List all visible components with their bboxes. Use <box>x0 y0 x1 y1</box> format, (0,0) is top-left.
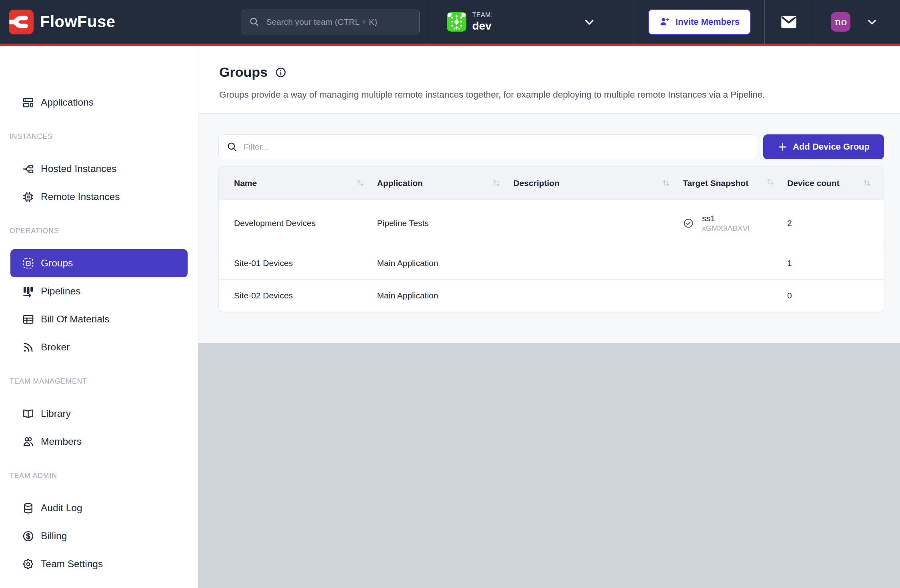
billing-icon <box>22 530 34 542</box>
user-menu[interactable]: no <box>813 0 900 44</box>
check-circle-icon <box>683 218 694 229</box>
cell-device-count: 2 <box>787 200 884 247</box>
team-selector[interactable]: TEAM: dev <box>429 0 634 44</box>
cell-target-snapshot <box>683 247 787 280</box>
sidebar-item-library[interactable]: Library <box>10 400 188 428</box>
sidebar-item-label: Remote Instances <box>41 191 120 202</box>
sidebar-section-team-admin: TEAM ADMIN <box>0 471 198 480</box>
sidebar-item-label: Pipelines <box>41 286 80 297</box>
mail-icon[interactable] <box>780 15 797 29</box>
sort-icon <box>862 178 872 188</box>
page-header: Groups Groups provide a way of managing … <box>198 46 900 114</box>
brand-name: FlowFuse <box>40 13 115 31</box>
cell-description <box>513 247 683 280</box>
sidebar-item-label: Team Settings <box>41 558 103 570</box>
pipelines-icon <box>22 285 34 298</box>
sidebar-item-bill-of-materials[interactable]: Bill Of Materials <box>10 305 188 333</box>
sidebar-section-operations: OPERATIONS <box>0 226 198 236</box>
groups-table-card: Name Application Description <box>218 166 884 312</box>
team-search[interactable] <box>242 10 420 34</box>
sidebar-item-label: Audit Log <box>41 502 82 514</box>
cell-application: Pipeline Tests <box>377 200 514 247</box>
sidebar-item-team-settings[interactable]: Team Settings <box>10 550 188 578</box>
sidebar-section-instances: INSTANCES <box>0 132 198 141</box>
sidebar-item-label: Groups <box>41 258 73 269</box>
groups-table: Name Application Description <box>219 167 884 312</box>
sidebar-item-pipelines[interactable]: Pipelines <box>10 277 188 305</box>
table-row[interactable]: Site-02 Devices Main Application 0 <box>219 280 884 312</box>
sidebar-item-label: Hosted Instances <box>41 163 116 174</box>
sidebar-item-groups[interactable]: Groups <box>10 249 188 277</box>
sidebar: Applications INSTANCES Hosted Instances … <box>0 46 198 588</box>
team-label: TEAM: <box>472 12 492 19</box>
user-avatar[interactable]: no <box>831 12 850 32</box>
cell-target-snapshot <box>683 280 787 312</box>
cell-description <box>513 280 683 312</box>
info-icon[interactable] <box>275 66 287 78</box>
broker-icon <box>22 341 34 354</box>
sort-icon <box>492 178 501 188</box>
column-header-device-count[interactable]: Device count <box>787 167 884 200</box>
cell-name: Site-01 Devices <box>219 247 377 280</box>
filter-field[interactable] <box>218 134 758 159</box>
add-device-group-label: Add Device Group <box>793 142 870 152</box>
hosted-instances-icon <box>22 163 34 175</box>
sidebar-item-label: Billing <box>41 530 67 542</box>
sort-icon <box>356 178 365 188</box>
sidebar-item-billing[interactable]: Billing <box>10 522 188 550</box>
table-row[interactable]: Site-01 Devices Main Application 1 <box>219 247 884 280</box>
remote-instances-icon <box>22 191 34 203</box>
invite-members-label: Invite Members <box>676 17 740 27</box>
user-add-icon <box>659 16 670 27</box>
chevron-down-icon[interactable] <box>866 16 878 28</box>
library-icon <box>22 408 34 420</box>
main-content: Groups Groups provide a way of managing … <box>198 46 900 588</box>
add-device-group-button[interactable]: Add Device Group <box>763 134 884 159</box>
sidebar-item-audit-log[interactable]: Audit Log <box>10 494 188 522</box>
cell-device-count: 1 <box>787 247 884 280</box>
sidebar-item-label: Members <box>41 436 82 447</box>
sidebar-item-label: Library <box>41 408 71 419</box>
column-header-target-snapshot[interactable]: Target Snapshot <box>683 167 787 200</box>
table-row[interactable]: Development Devices Pipeline Tests ss1 <box>219 200 884 247</box>
search-input[interactable] <box>242 10 420 34</box>
cell-description <box>513 200 683 247</box>
page-title: Groups <box>219 64 268 80</box>
flowfuse-logo[interactable]: FlowFuse <box>9 10 115 34</box>
search-icon <box>249 16 260 27</box>
sidebar-item-label: Broker <box>41 342 70 353</box>
sidebar-section-team-management: TEAM MANAGEMENT <box>0 376 198 386</box>
cell-application: Main Application <box>377 280 514 312</box>
column-header-description[interactable]: Description <box>513 167 683 200</box>
sort-icon <box>662 178 671 188</box>
flowfuse-logo-icon <box>9 10 34 34</box>
applications-icon <box>22 96 34 109</box>
notifications-section <box>764 0 813 44</box>
sidebar-item-broker[interactable]: Broker <box>10 333 188 361</box>
column-header-application[interactable]: Application <box>377 167 514 200</box>
plus-icon <box>778 142 788 152</box>
top-navbar: FlowFuse TEAM: dev <box>0 0 900 46</box>
search-icon <box>226 141 238 152</box>
sort-icon <box>766 177 775 186</box>
column-header-name[interactable]: Name <box>219 167 377 200</box>
cell-target-snapshot: ss1 xGMX9ABXVl <box>683 200 787 247</box>
audit-log-icon <box>22 502 34 514</box>
page-description: Groups provide a way of managing multipl… <box>219 90 884 100</box>
chevron-down-icon[interactable] <box>583 16 595 28</box>
sidebar-item-hosted-instances[interactable]: Hosted Instances <box>10 155 188 183</box>
cell-device-count: 0 <box>787 280 884 312</box>
snapshot-name: ss1 <box>702 213 749 224</box>
filter-input[interactable] <box>218 134 758 159</box>
team-name: dev <box>472 20 492 32</box>
invite-members-button[interactable]: Invite Members <box>648 9 751 35</box>
cell-name: Site-02 Devices <box>219 280 377 312</box>
cell-name: Development Devices <box>219 200 377 247</box>
sidebar-item-applications[interactable]: Applications <box>10 88 188 116</box>
gear-icon <box>22 558 34 570</box>
sidebar-item-label: Bill Of Materials <box>41 314 110 325</box>
sidebar-item-members[interactable]: Members <box>10 428 188 456</box>
cell-application: Main Application <box>377 247 514 280</box>
members-icon <box>22 436 34 448</box>
sidebar-item-remote-instances[interactable]: Remote Instances <box>10 183 188 211</box>
